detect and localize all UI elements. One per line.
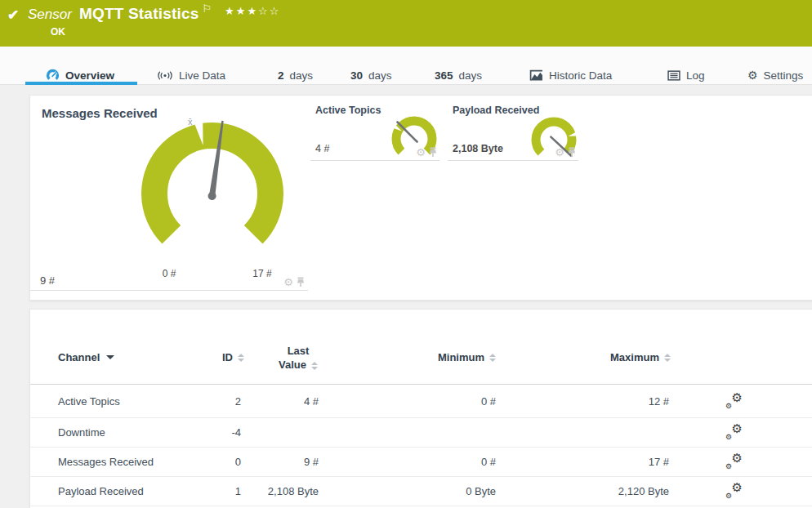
cell-maximum [548, 418, 669, 447]
gauge-current-value: 4 # [315, 143, 329, 154]
tab-label: Overview [65, 69, 114, 82]
tab-365-days[interactable]: 365 days [435, 67, 482, 83]
cell-maximum: 12 # [548, 385, 669, 417]
header-label: Minimum [438, 351, 484, 363]
tab-historic-data[interactable]: Historic Data [529, 67, 612, 83]
sort-icon [238, 354, 244, 362]
chart-icon [529, 69, 543, 81]
tab-label: Live Data [179, 69, 225, 82]
gauge-title: Active Topics [315, 105, 381, 116]
header-label: ID [222, 351, 233, 363]
tab-log[interactable]: Log [667, 67, 705, 83]
cell-last-value: 9 # [226, 448, 319, 476]
sort-icon [311, 362, 318, 370]
channel-settings-button[interactable]: ⚙⚙ [723, 477, 744, 506]
broadcast-icon [157, 70, 173, 81]
tab-label: days [290, 69, 314, 82]
tab-2-days[interactable]: 2 days [278, 67, 313, 83]
gauge-tile-messages-received: Messages Received x̄ 0 # 17 # 9 # ⚙ [30, 96, 308, 291]
gauge-max-label: 17 # [243, 268, 282, 279]
cell-minimum: 0 # [381, 385, 496, 417]
cell-maximum: 17 # [548, 448, 669, 476]
messages-received-gauge [131, 112, 294, 275]
tile-actions: ⚙ [283, 277, 305, 287]
channel-settings-button[interactable]: ⚙⚙ [723, 418, 744, 447]
column-header-maximum[interactable]: Maximum [548, 351, 671, 363]
cell-last-value: 4 # [226, 385, 319, 417]
sensor-type-label: Sensor [28, 4, 72, 23]
cell-channel: Messages Received [58, 448, 154, 476]
sort-icon [664, 354, 671, 362]
tab-number: 2 [278, 69, 284, 82]
priority-flag-icon[interactable]: ⚐ [202, 2, 212, 15]
column-header-minimum[interactable]: Minimum [381, 351, 496, 363]
tab-settings[interactable]: ⚙ Settings [747, 67, 803, 83]
cell-minimum: 0 Byte [381, 477, 496, 506]
table-header-row: Channel ID Last Value Minimum Maximum [30, 310, 812, 385]
table-row: Active Topics 2 4 # 0 # 12 # ⚙⚙ [30, 385, 812, 418]
tab-label: Settings [764, 69, 804, 82]
sensor-title-row: Sensor MQTT Statistics ⚐ ★★★☆☆ [28, 4, 280, 23]
tile-actions: ⚙ [416, 147, 437, 158]
tile-actions: ⚙ [555, 147, 576, 158]
tab-overview[interactable]: Overview [46, 67, 114, 83]
tab-bar: Overview Live Data 2 days 30 days 365 da… [0, 47, 812, 85]
gauge-title: Payload Received [453, 105, 539, 116]
tab-label: Log [686, 69, 705, 82]
gauges-panel: Messages Received x̄ 0 # 17 # 9 # ⚙ Acti… [29, 95, 812, 301]
channels-table-panel: Channel ID Last Value Minimum Maximum Ac… [29, 309, 812, 508]
channel-settings-gears-icon: ⚙⚙ [725, 483, 743, 499]
channel-settings-button[interactable]: ⚙⚙ [723, 448, 744, 476]
channel-settings-gears-icon: ⚙⚙ [725, 425, 743, 440]
cell-last-value: 2,108 Byte [226, 477, 319, 506]
pushpin-icon[interactable] [568, 147, 576, 158]
pushpin-icon[interactable] [297, 277, 305, 287]
active-tab-underline [25, 82, 137, 85]
status-check-icon: ✔ [7, 7, 19, 24]
log-icon [667, 70, 680, 81]
tab-30-days[interactable]: 30 days [350, 67, 392, 83]
tab-live-data[interactable]: Live Data [157, 67, 225, 83]
cell-maximum: 2,120 Byte [548, 477, 669, 506]
tab-label: days [368, 69, 392, 82]
column-header-last-value[interactable]: Last Value [273, 344, 323, 372]
gauge-current-value: 2,108 Byte [453, 143, 503, 154]
header-label: Maximum [610, 351, 659, 363]
cell-minimum [381, 418, 496, 447]
column-header-channel[interactable]: Channel [58, 351, 114, 363]
gauge-tile-active-topics: Active Topics 4 # ⚙ [310, 96, 439, 161]
gear-icon: ⚙ [747, 69, 758, 81]
tab-number: 365 [435, 69, 453, 82]
tab-label: days [459, 69, 483, 82]
stars-empty[interactable]: ☆☆ [258, 5, 280, 17]
page-title: MQTT Statistics [79, 4, 199, 23]
average-marker-label: x̄ [188, 117, 193, 127]
channel-settings-gears-icon: ⚙⚙ [725, 454, 743, 470]
stars-filled[interactable]: ★★★ [225, 5, 258, 17]
header-label: Channel [58, 351, 100, 363]
gauge-tile-payload-received: Payload Received 2,108 Byte ⚙ [448, 96, 578, 161]
tile-gear-icon[interactable]: ⚙ [555, 148, 564, 158]
gauge-icon [46, 69, 60, 82]
header-label: Last Value [279, 345, 309, 371]
gauge-current-value: 9 # [40, 274, 55, 287]
cell-last-value [226, 418, 319, 447]
priority-stars[interactable]: ★★★☆☆ [225, 4, 280, 17]
tab-label: Historic Data [549, 69, 612, 82]
cell-channel: Payload Received [58, 477, 144, 506]
tab-number: 30 [350, 69, 363, 82]
cell-minimum: 0 # [381, 448, 496, 476]
tile-gear-icon[interactable]: ⚙ [416, 148, 426, 158]
table-row: Payload Received 1 2,108 Byte 0 Byte 2,1… [30, 477, 812, 506]
sort-icon [489, 354, 496, 362]
channel-settings-button[interactable]: ⚙⚙ [723, 385, 744, 417]
sensor-header: ✔ Sensor MQTT Statistics ⚐ ★★★☆☆ OK [0, 0, 812, 47]
table-row: Downtime -4 ⚙⚙ [30, 418, 812, 448]
pushpin-icon[interactable] [429, 147, 437, 158]
channel-settings-gears-icon: ⚙⚙ [725, 394, 743, 409]
tile-gear-icon[interactable]: ⚙ [283, 278, 293, 287]
status-badge: OK [51, 26, 65, 38]
gauge-min-label: 0 # [149, 268, 189, 279]
column-header-id[interactable]: ID [153, 351, 244, 363]
cell-channel: Downtime [58, 418, 105, 447]
